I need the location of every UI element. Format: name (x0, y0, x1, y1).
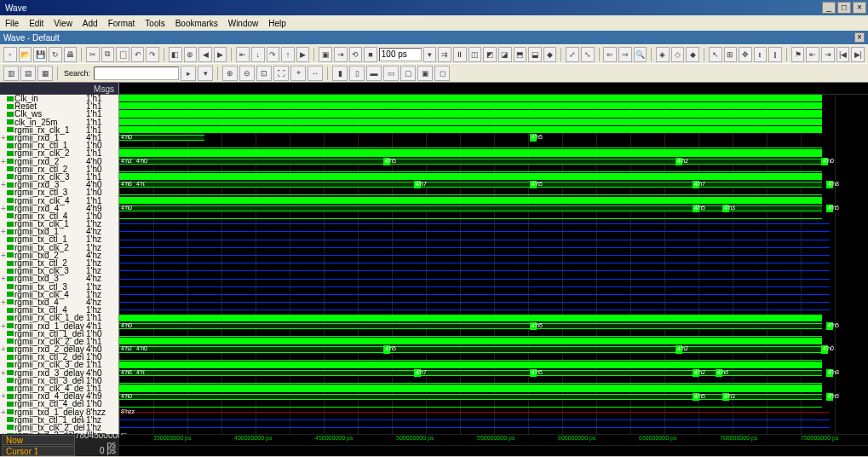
expand-icon[interactable]: + (0, 204, 7, 213)
break-icon[interactable]: ▣ (319, 47, 332, 62)
wave-row[interactable] (119, 252, 868, 259)
minimize-button[interactable]: _ (822, 2, 836, 14)
layout-a-icon[interactable]: ▥ (3, 66, 19, 81)
paste-icon[interactable]: 📋 (116, 47, 129, 62)
expand-icon[interactable]: + (0, 431, 7, 434)
wave-row[interactable] (119, 354, 868, 362)
cut-icon[interactable]: ✂ (86, 47, 100, 62)
tool-a-icon[interactable]: ◫ (468, 47, 482, 62)
zoom-icon[interactable]: ⊞ (724, 47, 738, 62)
wave-row[interactable]: 4'h24'h04'h54'h24'h0 (119, 158, 868, 165)
wave-row[interactable]: 4'h04'h5 (119, 134, 868, 142)
toggle-f-icon[interactable]: ▣ (417, 66, 433, 81)
layout-b-icon[interactable]: ▤ (20, 66, 36, 81)
find-next-icon[interactable]: ⇒ (618, 47, 632, 62)
zoom-fit-icon[interactable]: ⛶ (273, 66, 289, 81)
toggle-g-icon[interactable]: ◻ (434, 66, 450, 81)
continue-icon[interactable]: ⇥ (334, 47, 348, 62)
prev-icon[interactable]: ◀ (198, 47, 212, 62)
wave-row[interactable] (119, 119, 868, 126)
wave-row[interactable] (119, 142, 868, 149)
expand-icon[interactable]: + (0, 391, 7, 401)
edge2-icon[interactable]: ⫿ (768, 47, 782, 62)
stop-icon[interactable]: ■ (364, 47, 377, 62)
wave-row[interactable] (119, 362, 868, 369)
find-prev-icon[interactable]: ⇐ (603, 47, 617, 62)
wave-ruler[interactable] (119, 83, 868, 95)
edge-icon[interactable]: ⫾ (754, 47, 767, 62)
zoom-range-icon[interactable]: ↔ (308, 66, 323, 81)
footer-timescale[interactable]: 350000000 ps400000000 ps450000000 ps5000… (119, 435, 868, 445)
wave-row[interactable] (119, 212, 868, 220)
tool-f-icon[interactable]: ◆ (543, 47, 557, 62)
wave-row[interactable] (119, 149, 868, 157)
find-icon[interactable]: 🔍 (634, 47, 647, 62)
menu-bookmarks[interactable]: Bookmarks (175, 19, 218, 28)
menu-tools[interactable]: Tools (145, 19, 164, 28)
mode-c-icon[interactable]: ◆ (686, 47, 699, 62)
new-icon[interactable]: ▫ (3, 47, 17, 62)
step-over-icon[interactable]: ↷ (267, 47, 280, 62)
run-all-icon[interactable]: ⇉ (438, 47, 451, 62)
wave-row[interactable] (119, 95, 868, 102)
toggle-d-icon[interactable]: ▭ (383, 66, 399, 81)
expand-icon[interactable]: + (0, 298, 7, 307)
next-icon[interactable]: ▶ (214, 47, 227, 62)
jump-end-icon[interactable]: ▶| (851, 47, 865, 62)
wave-row[interactable] (119, 197, 868, 205)
open-icon[interactable]: 📂 (19, 47, 32, 62)
expand-icon[interactable]: + (0, 408, 7, 417)
search-go-icon[interactable]: ▸ (181, 66, 196, 81)
maximize-button[interactable]: □ (837, 2, 851, 14)
add-icon[interactable]: ◧ (169, 47, 182, 62)
wave-row[interactable] (119, 244, 868, 252)
wave-row[interactable] (119, 330, 868, 338)
redo-icon[interactable]: ↷ (146, 47, 159, 62)
wave-row[interactable] (119, 298, 868, 306)
mode-a-icon[interactable]: ◈ (656, 47, 670, 62)
search-opt-icon[interactable]: ▾ (198, 66, 213, 81)
zoom-out-icon[interactable]: ⊖ (239, 66, 255, 81)
wave-row[interactable] (119, 338, 868, 345)
close-button[interactable]: × (853, 2, 866, 14)
wave-row[interactable] (119, 165, 868, 173)
zoom-in-icon[interactable]: ⊕ (222, 66, 238, 81)
menu-format[interactable]: Format (108, 19, 135, 28)
run-icon[interactable]: ▶ (296, 47, 310, 62)
wave-row[interactable]: 4'h04'h54'h5 (119, 322, 868, 330)
wave-row[interactable]: 4'h24'h04'h54'h24'h0 (119, 345, 868, 353)
wave-window-close-icon[interactable]: × (854, 32, 865, 43)
wave-row[interactable] (119, 275, 868, 283)
search-input[interactable] (94, 67, 179, 80)
expand-icon[interactable]: ⤢ (566, 47, 579, 62)
pan-icon[interactable]: ✥ (739, 47, 752, 62)
signal-panel[interactable]: Msgs Clk_in1'h1Reset1'h1Clk_ws1'h1clk_in… (0, 83, 119, 434)
expand-icon[interactable]: + (0, 368, 7, 378)
tool-e-icon[interactable]: ⬓ (528, 47, 542, 62)
wave-row[interactable] (119, 306, 868, 314)
expand-icon[interactable]: + (0, 274, 7, 283)
expand-icon[interactable]: + (0, 227, 7, 236)
toggle-a-icon[interactable]: ▮ (332, 66, 348, 81)
wave-row[interactable] (119, 102, 868, 110)
wave-row[interactable] (119, 385, 868, 392)
toggle-b-icon[interactable]: ▯ (349, 66, 365, 81)
menu-file[interactable]: File (5, 19, 19, 28)
wave-area[interactable]: 4'h04'h54'h24'h04'h54'h24'h04'h64'h34'h7… (119, 95, 868, 434)
wave-row[interactable] (119, 126, 868, 134)
jump-next-icon[interactable]: ⇥ (821, 47, 835, 62)
cursor-icon[interactable]: ⊕ (184, 47, 198, 62)
menu-view[interactable]: View (54, 19, 72, 28)
copy-icon[interactable]: ⧉ (101, 47, 115, 62)
wave-row[interactable] (119, 401, 868, 408)
wave-row[interactable] (119, 416, 868, 424)
layout-c-icon[interactable]: ▦ (37, 66, 53, 81)
menu-window[interactable]: Window (228, 19, 259, 28)
reload-icon[interactable]: ↻ (49, 47, 62, 62)
wave-row[interactable] (119, 236, 868, 244)
wave-row[interactable] (119, 110, 868, 118)
step-back-icon[interactable]: ⇤ (236, 47, 250, 62)
save-icon[interactable]: 💾 (33, 47, 47, 62)
run-length-input[interactable] (379, 48, 422, 61)
menu-edit[interactable]: Edit (29, 19, 43, 28)
